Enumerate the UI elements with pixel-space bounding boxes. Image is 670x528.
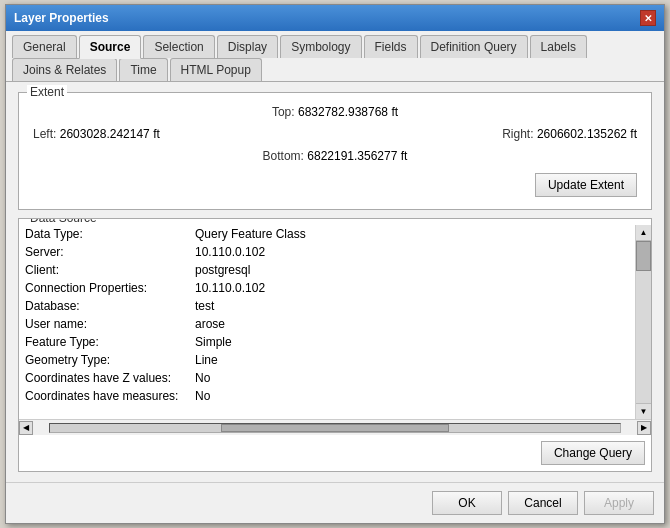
- tab-source[interactable]: Source: [79, 35, 142, 59]
- data-table: Data Type:Query Feature ClassServer:10.1…: [19, 225, 635, 405]
- extent-bottom-row: Bottom: 6822191.356277 ft: [263, 149, 408, 163]
- vertical-scrollbar[interactable]: ▲ ▼: [635, 225, 651, 419]
- row-label: Geometry Type:: [19, 351, 189, 369]
- data-source-group: Data Source Data Type:Query Feature Clas…: [18, 218, 652, 472]
- window-title: Layer Properties: [14, 11, 109, 25]
- change-query-button[interactable]: Change Query: [541, 441, 645, 465]
- close-button[interactable]: ✕: [640, 10, 656, 26]
- tab-definition-query[interactable]: Definition Query: [420, 35, 528, 58]
- extent-section: Top: 6832782.938768 ft Left: 2603028.242…: [33, 103, 637, 165]
- tab-selection[interactable]: Selection: [143, 35, 214, 58]
- row-label: Connection Properties:: [19, 279, 189, 297]
- left-value: 2603028.242147 ft: [60, 127, 160, 141]
- extent-group-label: Extent: [27, 85, 67, 99]
- tab-time[interactable]: Time: [119, 58, 167, 81]
- top-value: 6832782.938768 ft: [298, 105, 398, 119]
- row-value: Query Feature Class: [189, 225, 635, 243]
- row-value: No: [189, 369, 635, 387]
- tab-html-popup[interactable]: HTML Popup: [170, 58, 262, 81]
- extent-group: Extent Top: 6832782.938768 ft Left: 2603…: [18, 92, 652, 210]
- extent-top-row: Top: 6832782.938768 ft: [272, 105, 398, 119]
- tab-display[interactable]: Display: [217, 35, 278, 58]
- table-row: Database:test: [19, 297, 635, 315]
- main-content: Extent Top: 6832782.938768 ft Left: 2603…: [6, 82, 664, 482]
- apply-button[interactable]: Apply: [584, 491, 654, 515]
- h-scroll-track[interactable]: [49, 423, 621, 433]
- extent-right: Right: 2606602.135262 ft: [502, 127, 637, 141]
- extent-left: Left: 2603028.242147 ft: [33, 127, 160, 141]
- row-label: User name:: [19, 315, 189, 333]
- data-source-group-label: Data Source: [27, 218, 100, 225]
- row-value: 10.110.0.102: [189, 279, 635, 297]
- scroll-right-arrow[interactable]: ▶: [637, 421, 651, 435]
- right-label: Right:: [502, 127, 533, 141]
- row-value: Line: [189, 351, 635, 369]
- bottom-label: Bottom:: [263, 149, 304, 163]
- scroll-up-arrow[interactable]: ▲: [636, 225, 651, 241]
- table-scroll-area: Data Type:Query Feature ClassServer:10.1…: [19, 225, 651, 419]
- footer: OK Cancel Apply: [6, 482, 664, 523]
- scroll-thumb[interactable]: [636, 241, 651, 271]
- left-label: Left:: [33, 127, 56, 141]
- row-label: Database:: [19, 297, 189, 315]
- horizontal-scrollbar[interactable]: ◀ ▶: [19, 419, 651, 435]
- row-label: Coordinates have Z values:: [19, 369, 189, 387]
- tabs-row: General Source Selection Display Symbolo…: [6, 31, 664, 82]
- table-row: Coordinates have measures:No: [19, 387, 635, 405]
- table-row: Data Type:Query Feature Class: [19, 225, 635, 243]
- update-btn-row: Update Extent: [33, 173, 637, 197]
- table-row: User name:arose: [19, 315, 635, 333]
- row-label: Feature Type:: [19, 333, 189, 351]
- table-row: Client:postgresql: [19, 261, 635, 279]
- row-value: test: [189, 297, 635, 315]
- table-row: Connection Properties:10.110.0.102: [19, 279, 635, 297]
- row-value: No: [189, 387, 635, 405]
- row-label: Data Type:: [19, 225, 189, 243]
- table-row: Coordinates have Z values:No: [19, 369, 635, 387]
- cancel-button[interactable]: Cancel: [508, 491, 578, 515]
- row-value: Simple: [189, 333, 635, 351]
- tab-symbology[interactable]: Symbology: [280, 35, 361, 58]
- ok-button[interactable]: OK: [432, 491, 502, 515]
- right-value: 2606602.135262 ft: [537, 127, 637, 141]
- update-extent-button[interactable]: Update Extent: [535, 173, 637, 197]
- scroll-left-arrow[interactable]: ◀: [19, 421, 33, 435]
- tab-labels[interactable]: Labels: [530, 35, 587, 58]
- row-label: Server:: [19, 243, 189, 261]
- title-bar: Layer Properties ✕: [6, 5, 664, 31]
- top-label: Top:: [272, 105, 295, 119]
- row-label: Client:: [19, 261, 189, 279]
- table-row: Geometry Type:Line: [19, 351, 635, 369]
- change-query-row: Change Query: [19, 435, 651, 471]
- bottom-value: 6822191.356277 ft: [307, 149, 407, 163]
- scroll-track[interactable]: [636, 241, 651, 403]
- table-row: Feature Type:Simple: [19, 333, 635, 351]
- data-table-wrapper[interactable]: Data Type:Query Feature ClassServer:10.1…: [19, 225, 635, 419]
- tab-general[interactable]: General: [12, 35, 77, 58]
- row-value: 10.110.0.102: [189, 243, 635, 261]
- scroll-down-arrow[interactable]: ▼: [636, 403, 651, 419]
- extent-lr-row: Left: 2603028.242147 ft Right: 2606602.1…: [33, 123, 637, 145]
- row-value: postgresql: [189, 261, 635, 279]
- tab-joins-relates[interactable]: Joins & Relates: [12, 58, 117, 81]
- h-scroll-thumb[interactable]: [221, 424, 449, 432]
- layer-properties-window: Layer Properties ✕ General Source Select…: [5, 4, 665, 524]
- data-source-content: Data Type:Query Feature ClassServer:10.1…: [19, 225, 651, 471]
- tab-fields[interactable]: Fields: [364, 35, 418, 58]
- table-row: Server:10.110.0.102: [19, 243, 635, 261]
- row-label: Coordinates have measures:: [19, 387, 189, 405]
- row-value: arose: [189, 315, 635, 333]
